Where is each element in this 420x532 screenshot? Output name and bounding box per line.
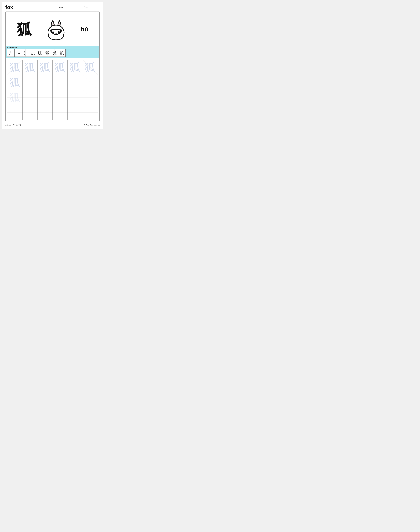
name-field: Name: <box>59 6 80 8</box>
stroke-sequence: 丿1㇃2犭3犰4狐5狐6狐7狐8 <box>7 49 98 57</box>
stroke-box-7: 狐7 <box>51 49 58 57</box>
footer-left: Animals fox 狐 (hú) <box>5 124 21 126</box>
stroke-box-8: 狐8 <box>58 49 66 57</box>
page-title: fox <box>5 4 13 10</box>
stroke-num-1: 1 <box>11 55 11 56</box>
stroke-num-8: 8 <box>61 55 62 56</box>
stroke-box-5: 狐5 <box>36 49 44 57</box>
name-line <box>65 8 80 8</box>
practice-cell-3-5 <box>83 105 98 120</box>
practice-cell-0-5: 狐 <box>83 60 98 75</box>
svg-point-2 <box>58 31 60 33</box>
footer: Animals fox 狐 (hú) WriteMandarin.com <box>5 123 100 126</box>
practice-cell-2-4 <box>68 90 83 105</box>
name-date-area: Name: Date: <box>59 6 100 8</box>
stroke-num-2: 2 <box>18 55 18 56</box>
svg-point-1 <box>53 31 54 33</box>
stroke-num-5: 5 <box>40 55 40 56</box>
practice-cell-1-0: 狐 <box>7 75 23 90</box>
stroke-box-3: 犭3 <box>22 49 29 57</box>
fox-svg <box>45 17 67 41</box>
date-line <box>89 8 100 8</box>
practice-cell-0-1: 狐 <box>23 60 38 75</box>
footer-website: WriteMandarin.com <box>86 124 100 126</box>
practice-cell-1-5 <box>83 75 98 90</box>
practice-cell-3-1 <box>23 105 38 120</box>
strokes-section: 8 STROKES 丿1㇃2犭3犰4狐5狐6狐7狐8 <box>6 46 99 58</box>
stroke-num-7: 7 <box>54 55 55 56</box>
practice-cell-2-3 <box>53 90 68 105</box>
svg-point-3 <box>53 31 54 32</box>
practice-cell-2-1 <box>23 90 38 105</box>
practice-cell-3-0 <box>7 105 23 120</box>
practice-cell-2-5 <box>83 90 98 105</box>
stroke-num-3: 3 <box>25 55 26 56</box>
stroke-box-1: 丿1 <box>7 49 15 57</box>
practice-cell-0-2: 狐 <box>37 60 53 75</box>
svg-point-5 <box>55 33 57 34</box>
svg-point-4 <box>59 31 59 32</box>
page: fox Name: Date: 狐 <box>2 2 103 129</box>
stroke-num-6: 6 <box>47 55 47 56</box>
practice-cell-3-4 <box>68 105 83 120</box>
chinese-character: 狐 <box>17 22 32 37</box>
footer-char-info: fox 狐 (hú) <box>13 124 21 126</box>
practice-cell-3-3 <box>53 105 68 120</box>
practice-cell-1-3 <box>53 75 68 90</box>
top-section: 狐 <box>6 12 99 46</box>
practice-section: 狐狐狐狐狐狐狐狐 <box>6 58 99 122</box>
footer-animals: Animals <box>5 124 11 126</box>
main-card: 狐 <box>5 11 100 122</box>
stroke-box-2: ㇃2 <box>15 49 22 57</box>
stroke-box-6: 狐6 <box>44 49 51 57</box>
strokes-label: 8 STROKES <box>7 47 98 48</box>
date-field: Date: <box>84 6 100 8</box>
practice-cell-1-2 <box>37 75 53 90</box>
footer-right: WriteMandarin.com <box>83 124 100 126</box>
practice-cell-2-0: 狐 <box>7 90 23 105</box>
practice-cell-2-2 <box>37 90 53 105</box>
header: fox Name: Date: <box>5 4 100 10</box>
stroke-box-4: 犰4 <box>29 49 36 57</box>
apple-icon <box>83 124 85 126</box>
practice-cell-0-3: 狐 <box>53 60 68 75</box>
practice-cell-0-4: 狐 <box>68 60 83 75</box>
footer-dot <box>12 125 13 125</box>
practice-cell-0-0: 狐 <box>7 60 23 75</box>
practice-cell-1-4 <box>68 75 83 90</box>
pinyin: hú <box>80 26 88 33</box>
practice-cell-1-1 <box>23 75 38 90</box>
stroke-num-4: 4 <box>32 55 33 56</box>
fox-illustration <box>45 17 67 41</box>
practice-grid: 狐狐狐狐狐狐狐狐 <box>7 60 98 120</box>
practice-cell-3-2 <box>37 105 53 120</box>
